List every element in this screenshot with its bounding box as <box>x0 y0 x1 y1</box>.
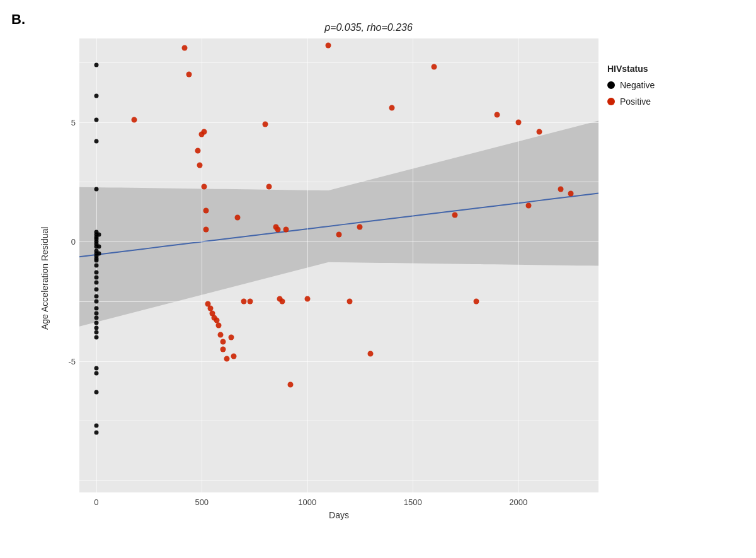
negative-point <box>94 366 98 370</box>
positive-point <box>275 227 280 233</box>
grid-line-h <box>79 480 598 481</box>
negative-point <box>94 311 98 315</box>
positive-point <box>558 186 563 192</box>
positive-point <box>262 122 268 127</box>
negative-point <box>94 280 98 284</box>
negative-point <box>94 335 98 339</box>
y-tick-label: 5 <box>71 117 76 127</box>
legend-label-positive: Positive <box>620 96 651 107</box>
positive-point <box>473 298 479 304</box>
positive-point <box>132 117 137 122</box>
positive-point <box>220 339 226 345</box>
positive-point <box>186 71 192 77</box>
legend-dot-positive <box>607 98 615 105</box>
x-tick-label: 500 <box>195 497 209 507</box>
positive-point <box>229 334 234 340</box>
negative-point <box>96 252 101 256</box>
positive-point <box>389 105 394 110</box>
positive-point <box>537 129 542 134</box>
negative-point <box>94 270 98 275</box>
negative-point <box>94 264 98 268</box>
negative-point <box>94 316 98 320</box>
page: B. p=0.035, rho=0.236 Age Acceleration R… <box>0 0 756 558</box>
plot-and-legend: 50-5 0500100015002000 Days HIVsta <box>55 38 699 520</box>
positive-point <box>368 351 374 357</box>
negative-point <box>94 259 98 263</box>
negative-point <box>94 371 98 375</box>
positive-point <box>431 64 437 70</box>
positive-point <box>203 207 209 213</box>
negative-point <box>94 431 98 435</box>
legend-title: HIVstatus <box>607 64 690 74</box>
negative-point <box>94 423 98 427</box>
negative-point <box>94 139 98 143</box>
positive-point <box>220 346 226 352</box>
positive-point <box>284 227 289 233</box>
legend-dot-negative <box>607 81 615 89</box>
negative-point <box>94 93 98 98</box>
positive-point <box>326 43 331 49</box>
y-tick-label: -5 <box>68 356 76 366</box>
positive-point <box>346 298 352 304</box>
x-axis-label: Days <box>79 510 598 520</box>
regression-svg <box>79 38 598 492</box>
positive-point <box>266 183 272 189</box>
negative-point <box>94 294 98 299</box>
grid-line-h <box>79 361 598 362</box>
positive-point <box>231 354 236 359</box>
positive-point <box>203 227 209 233</box>
grid-line-h <box>79 182 598 182</box>
positive-point <box>336 231 342 237</box>
chart-container: p=0.035, rho=0.236 Age Acceleration Resi… <box>38 22 699 545</box>
grid-line-h <box>79 62 598 63</box>
positive-point <box>495 112 500 118</box>
negative-point <box>94 275 98 279</box>
positive-point <box>248 298 253 304</box>
x-tick-label: 0 <box>94 497 98 507</box>
positive-point <box>235 215 241 221</box>
positive-point <box>279 298 285 304</box>
negative-point <box>94 390 98 394</box>
negative-point <box>94 320 98 325</box>
grid-line-h <box>79 301 598 302</box>
positive-point <box>526 203 532 209</box>
regression-line <box>79 194 598 257</box>
grid-line-h <box>79 241 598 242</box>
grid-line-v <box>518 38 519 492</box>
negative-point <box>94 299 98 303</box>
negative-point <box>94 117 98 122</box>
positive-point <box>304 296 310 302</box>
negative-point <box>94 62 98 67</box>
x-axis-ticks: 0500100015002000 <box>79 495 598 509</box>
negative-point <box>94 187 98 191</box>
negative-point <box>94 306 98 311</box>
positive-point <box>218 332 224 337</box>
x-tick-label: 1500 <box>404 497 422 507</box>
legend-label-negative: Negative <box>620 80 655 90</box>
negative-point <box>96 244 101 248</box>
y-axis-label: Age Acceleration Residual <box>38 38 52 518</box>
legend-item-positive: Positive <box>607 96 690 107</box>
positive-point <box>452 212 458 218</box>
grid-line-h <box>79 421 598 421</box>
positive-point <box>201 129 207 134</box>
positive-point <box>287 382 293 388</box>
negative-point <box>94 330 98 335</box>
legend: HIVstatus Negative Positive <box>598 38 699 520</box>
positive-point <box>201 183 207 189</box>
negative-point <box>96 232 101 236</box>
confidence-band <box>79 120 598 326</box>
panel-label: B. <box>11 11 25 28</box>
negative-point <box>94 325 98 330</box>
positive-point <box>241 298 247 304</box>
legend-item-negative: Negative <box>607 80 690 90</box>
x-tick-label: 2000 <box>509 497 527 507</box>
grid-line-v <box>413 38 413 492</box>
chart-area: Age Acceleration Residual 50-5 <box>38 38 699 518</box>
grid-line-v <box>202 38 202 492</box>
positive-point <box>182 45 188 51</box>
positive-point <box>224 356 230 361</box>
negative-point <box>94 287 98 291</box>
positive-point <box>515 119 521 125</box>
positive-point <box>357 224 363 230</box>
